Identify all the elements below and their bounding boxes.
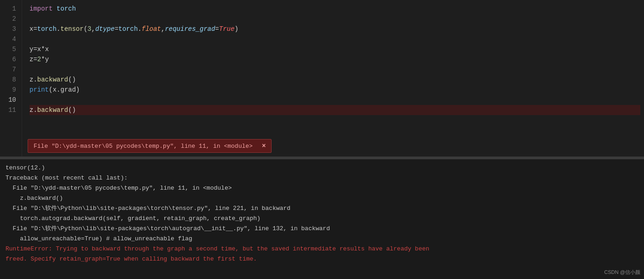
code-line-10: [29, 95, 640, 105]
code-line-11: z.backward(): [29, 105, 640, 115]
line-number-10: 10: [4, 95, 16, 105]
terminal-line: z.backward(): [6, 193, 638, 203]
code-line-1: import torch: [29, 4, 640, 14]
code-line-4: [29, 34, 640, 44]
code-line-9: print(x.grad): [29, 85, 640, 95]
code-line-2: [29, 14, 640, 24]
terminal-line: torch.autograd.backward(self, gradient, …: [6, 214, 638, 224]
line-number-7: 7: [4, 64, 16, 75]
line-number-2: 2: [4, 14, 16, 24]
code-content[interactable]: import torch x=torch.tensor(3,dtype=torc…: [22, 0, 644, 157]
line-number-6: 6: [4, 54, 16, 64]
error-close-button[interactable]: ×: [262, 142, 266, 150]
terminal-line: File "D:\软件\Python\lib\site-packages\tor…: [6, 224, 638, 234]
line-number-3: 3: [4, 24, 16, 34]
line-number-9: 9: [4, 85, 16, 95]
line-numbers: 1234567891011: [0, 0, 22, 157]
code-line-8: z.backward(): [29, 75, 640, 85]
code-line-5: y=x*x: [29, 44, 640, 54]
code-line-7: [29, 64, 640, 75]
terminal-line: RuntimeError: Trying to backward through…: [6, 244, 638, 254]
terminal-line: File "D:\软件\Python\lib\site-packages\tor…: [6, 203, 638, 214]
code-line-6: z=2*y: [29, 54, 640, 64]
error-tooltip-text: File "D:\ydd-master\05 pycodes\temp.py",…: [34, 143, 253, 150]
terminal-line: tensor(12.): [6, 163, 638, 173]
code-editor: 1234567891011 import torch x=torch.tenso…: [0, 0, 644, 157]
line-number-4: 4: [4, 34, 16, 44]
error-tooltip: File "D:\ydd-master\05 pycodes\temp.py",…: [28, 139, 272, 153]
line-number-11: 11: [4, 105, 16, 115]
terminal-line: allow_unreachable=True) # allow_unreacha…: [6, 234, 638, 244]
code-line-3: x=torch.tensor(3,dtype=torch.float,requi…: [29, 24, 640, 34]
line-number-8: 8: [4, 75, 16, 85]
csdn-watermark: CSDN @信小颜: [604, 267, 640, 277]
terminal-line: Traceback (most recent call last):: [6, 173, 638, 183]
terminal-line: freed. Specify retain_graph=True when ca…: [6, 254, 638, 264]
terminal-line: File "D:\ydd-master\05 pycodes\temp.py",…: [6, 183, 638, 193]
line-number-1: 1: [4, 4, 16, 14]
terminal: tensor(12.)Traceback (most recent call l…: [0, 159, 644, 279]
line-number-5: 5: [4, 44, 16, 54]
